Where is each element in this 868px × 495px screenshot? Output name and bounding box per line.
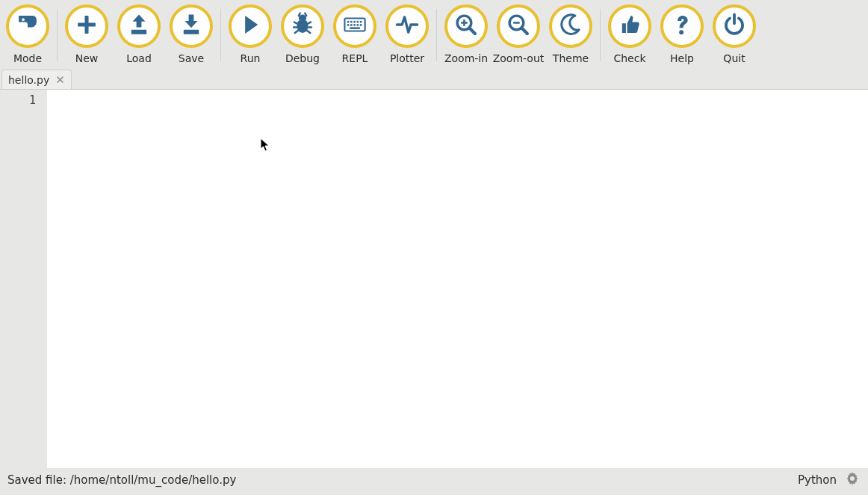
zoom-out-button[interactable]: Zoom-out xyxy=(492,3,545,64)
svg-rect-18 xyxy=(357,21,359,23)
help-button[interactable]: Help xyxy=(656,3,708,64)
tab-hello-py[interactable]: hello.py ✕ xyxy=(1,70,72,89)
new-label: New xyxy=(75,52,99,64)
quit-label: Quit xyxy=(723,52,745,64)
svg-line-11 xyxy=(307,31,310,33)
check-button[interactable]: Check xyxy=(604,3,656,64)
zoom-out-label: Zoom-out xyxy=(493,52,545,64)
svg-point-35 xyxy=(850,476,855,480)
svg-rect-20 xyxy=(347,24,350,26)
tab-filename: hello.py xyxy=(8,74,49,86)
plus-icon xyxy=(74,12,99,40)
mode-icon xyxy=(15,12,40,40)
svg-line-7 xyxy=(307,22,311,25)
play-icon xyxy=(238,12,263,40)
help-label: Help xyxy=(670,52,694,64)
svg-line-10 xyxy=(295,31,298,33)
svg-point-0 xyxy=(22,18,25,21)
theme-button[interactable]: Theme xyxy=(545,3,597,64)
run-label: Run xyxy=(241,52,261,64)
repl-label: REPL xyxy=(342,52,368,64)
mouse-cursor-icon xyxy=(260,138,270,156)
save-button[interactable]: Save xyxy=(165,3,217,64)
quit-button[interactable]: Quit xyxy=(708,3,760,64)
debug-label: Debug xyxy=(285,52,320,64)
zoom-out-icon xyxy=(506,12,531,40)
download-icon xyxy=(179,12,204,40)
repl-button[interactable]: REPL xyxy=(329,3,381,64)
svg-rect-24 xyxy=(360,24,362,26)
tab-close-icon[interactable]: ✕ xyxy=(55,73,65,87)
keyboard-icon xyxy=(342,12,368,40)
question-icon xyxy=(669,12,695,40)
svg-point-33 xyxy=(679,30,683,34)
separator xyxy=(436,9,437,61)
run-button[interactable]: Run xyxy=(224,3,276,64)
power-icon xyxy=(722,12,747,40)
line-number-gutter: 1 xyxy=(0,90,46,468)
separator xyxy=(220,9,221,61)
separator xyxy=(600,9,601,61)
svg-line-6 xyxy=(294,22,298,25)
gear-icon xyxy=(844,470,861,490)
svg-rect-16 xyxy=(350,21,353,23)
new-button[interactable]: New xyxy=(61,3,113,64)
editor-area: 1 xyxy=(0,90,868,468)
check-label: Check xyxy=(613,52,645,64)
bug-icon xyxy=(290,12,315,40)
toolbar: Mode New Load Save Run xyxy=(0,0,868,69)
tab-bar: hello.py ✕ xyxy=(0,69,868,90)
svg-line-13 xyxy=(305,13,306,16)
theme-label: Theme xyxy=(553,52,589,64)
zoom-in-icon xyxy=(453,12,479,40)
svg-rect-23 xyxy=(357,24,359,26)
zoom-in-button[interactable]: Zoom-in xyxy=(440,3,492,64)
svg-rect-19 xyxy=(360,21,362,23)
svg-rect-17 xyxy=(353,21,356,23)
pulse-icon xyxy=(394,12,420,40)
zoom-in-label: Zoom-in xyxy=(444,52,488,64)
svg-line-27 xyxy=(469,28,475,34)
debug-button[interactable]: Debug xyxy=(276,3,329,64)
plotter-label: Plotter xyxy=(390,52,424,64)
load-button[interactable]: Load xyxy=(113,3,165,64)
settings-button[interactable] xyxy=(844,472,861,488)
svg-rect-22 xyxy=(353,24,356,26)
mode-button[interactable]: Mode xyxy=(1,3,54,64)
moon-icon xyxy=(558,12,583,40)
save-label: Save xyxy=(179,52,204,64)
status-message: Saved file: /home/ntoll/mu_code/hello.py xyxy=(7,473,236,487)
svg-rect-2 xyxy=(78,22,96,26)
svg-rect-25 xyxy=(350,27,360,29)
svg-line-31 xyxy=(521,28,527,34)
plotter-button[interactable]: Plotter xyxy=(381,3,433,64)
line-number: 1 xyxy=(0,93,36,108)
status-bar: Saved file: /home/ntoll/mu_code/hello.py… xyxy=(0,468,868,491)
separator xyxy=(57,9,58,61)
status-language: Python xyxy=(798,473,837,487)
svg-rect-15 xyxy=(347,21,350,23)
svg-line-12 xyxy=(299,13,300,16)
svg-rect-3 xyxy=(131,30,146,34)
mode-label: Mode xyxy=(13,52,42,64)
load-label: Load xyxy=(126,52,152,64)
svg-rect-21 xyxy=(350,24,353,26)
thumbs-up-icon xyxy=(617,12,642,40)
svg-rect-4 xyxy=(184,30,199,34)
code-editor[interactable] xyxy=(46,90,868,468)
upload-icon xyxy=(126,12,152,40)
